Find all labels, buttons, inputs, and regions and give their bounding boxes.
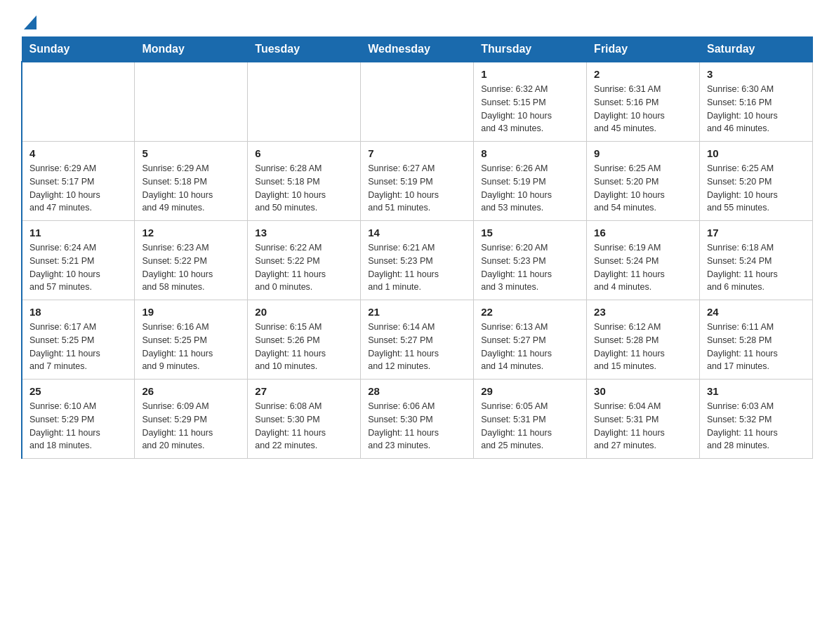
calendar-cell: 27Sunrise: 6:08 AM Sunset: 5:30 PM Dayli… bbox=[248, 380, 361, 459]
day-info: Sunrise: 6:20 AM Sunset: 5:23 PM Dayligh… bbox=[481, 241, 579, 294]
calendar-cell: 4Sunrise: 6:29 AM Sunset: 5:17 PM Daylig… bbox=[22, 142, 135, 221]
day-info: Sunrise: 6:25 AM Sunset: 5:20 PM Dayligh… bbox=[594, 162, 692, 215]
calendar-header-sunday: Sunday bbox=[22, 37, 135, 62]
day-number: 27 bbox=[255, 385, 353, 397]
day-number: 9 bbox=[594, 147, 692, 159]
calendar-cell bbox=[361, 62, 474, 142]
day-info: Sunrise: 6:30 AM Sunset: 5:16 PM Dayligh… bbox=[707, 83, 805, 135]
day-info: Sunrise: 6:05 AM Sunset: 5:31 PM Dayligh… bbox=[481, 400, 579, 452]
calendar-week-row: 18Sunrise: 6:17 AM Sunset: 5:25 PM Dayli… bbox=[22, 300, 813, 380]
day-info: Sunrise: 6:29 AM Sunset: 5:17 PM Dayligh… bbox=[29, 162, 127, 215]
calendar-cell: 7Sunrise: 6:27 AM Sunset: 5:19 PM Daylig… bbox=[361, 142, 474, 221]
day-number: 19 bbox=[142, 306, 240, 318]
day-number: 6 bbox=[255, 147, 353, 159]
day-number: 5 bbox=[142, 147, 240, 159]
calendar-cell: 5Sunrise: 6:29 AM Sunset: 5:18 PM Daylig… bbox=[135, 142, 248, 221]
calendar-cell bbox=[135, 62, 248, 142]
calendar-cell: 19Sunrise: 6:16 AM Sunset: 5:25 PM Dayli… bbox=[135, 300, 248, 380]
day-number: 15 bbox=[481, 227, 579, 239]
day-number: 11 bbox=[29, 227, 127, 239]
calendar-header-thursday: Thursday bbox=[474, 37, 587, 62]
day-info: Sunrise: 6:06 AM Sunset: 5:30 PM Dayligh… bbox=[368, 400, 466, 452]
day-info: Sunrise: 6:09 AM Sunset: 5:29 PM Dayligh… bbox=[142, 400, 240, 452]
day-info: Sunrise: 6:29 AM Sunset: 5:18 PM Dayligh… bbox=[142, 162, 240, 215]
day-number: 31 bbox=[707, 385, 805, 397]
day-info: Sunrise: 6:21 AM Sunset: 5:23 PM Dayligh… bbox=[368, 241, 466, 294]
day-number: 18 bbox=[29, 306, 127, 318]
day-info: Sunrise: 6:32 AM Sunset: 5:15 PM Dayligh… bbox=[481, 83, 579, 135]
day-number: 10 bbox=[707, 147, 805, 159]
calendar-cell bbox=[248, 62, 361, 142]
day-info: Sunrise: 6:11 AM Sunset: 5:28 PM Dayligh… bbox=[707, 321, 805, 373]
calendar-week-row: 1Sunrise: 6:32 AM Sunset: 5:15 PM Daylig… bbox=[22, 62, 813, 142]
day-number: 21 bbox=[368, 306, 466, 318]
day-number: 8 bbox=[481, 147, 579, 159]
day-number: 17 bbox=[707, 227, 805, 239]
calendar-cell: 28Sunrise: 6:06 AM Sunset: 5:30 PM Dayli… bbox=[361, 380, 474, 459]
calendar-cell: 11Sunrise: 6:24 AM Sunset: 5:21 PM Dayli… bbox=[22, 221, 135, 300]
calendar-cell: 17Sunrise: 6:18 AM Sunset: 5:24 PM Dayli… bbox=[700, 221, 813, 300]
day-number: 12 bbox=[142, 227, 240, 239]
day-info: Sunrise: 6:18 AM Sunset: 5:24 PM Dayligh… bbox=[707, 241, 805, 294]
day-number: 2 bbox=[594, 68, 692, 80]
day-number: 16 bbox=[594, 227, 692, 239]
day-number: 22 bbox=[481, 306, 579, 318]
calendar-cell: 12Sunrise: 6:23 AM Sunset: 5:22 PM Dayli… bbox=[135, 221, 248, 300]
calendar-week-row: 25Sunrise: 6:10 AM Sunset: 5:29 PM Dayli… bbox=[22, 380, 813, 459]
day-info: Sunrise: 6:04 AM Sunset: 5:31 PM Dayligh… bbox=[594, 400, 692, 452]
day-info: Sunrise: 6:25 AM Sunset: 5:20 PM Dayligh… bbox=[707, 162, 805, 215]
calendar-cell: 3Sunrise: 6:30 AM Sunset: 5:16 PM Daylig… bbox=[700, 62, 813, 142]
logo bbox=[21, 14, 37, 29]
calendar-cell bbox=[22, 62, 135, 142]
logo-triangle-icon bbox=[24, 15, 37, 29]
day-info: Sunrise: 6:23 AM Sunset: 5:22 PM Dayligh… bbox=[142, 241, 240, 294]
day-info: Sunrise: 6:10 AM Sunset: 5:29 PM Dayligh… bbox=[29, 400, 127, 452]
day-number: 14 bbox=[368, 227, 466, 239]
day-number: 3 bbox=[707, 68, 805, 80]
day-number: 13 bbox=[255, 227, 353, 239]
day-info: Sunrise: 6:27 AM Sunset: 5:19 PM Dayligh… bbox=[368, 162, 466, 215]
calendar-cell: 31Sunrise: 6:03 AM Sunset: 5:32 PM Dayli… bbox=[700, 380, 813, 459]
day-number: 4 bbox=[29, 147, 127, 159]
day-info: Sunrise: 6:16 AM Sunset: 5:25 PM Dayligh… bbox=[142, 321, 240, 373]
day-number: 29 bbox=[481, 385, 579, 397]
day-number: 25 bbox=[29, 385, 127, 397]
calendar-table: SundayMondayTuesdayWednesdayThursdayFrid… bbox=[21, 36, 813, 459]
day-number: 24 bbox=[707, 306, 805, 318]
day-info: Sunrise: 6:03 AM Sunset: 5:32 PM Dayligh… bbox=[707, 400, 805, 452]
day-number: 26 bbox=[142, 385, 240, 397]
page-header bbox=[21, 14, 813, 29]
day-info: Sunrise: 6:08 AM Sunset: 5:30 PM Dayligh… bbox=[255, 400, 353, 452]
day-number: 30 bbox=[594, 385, 692, 397]
day-info: Sunrise: 6:28 AM Sunset: 5:18 PM Dayligh… bbox=[255, 162, 353, 215]
calendar-cell: 26Sunrise: 6:09 AM Sunset: 5:29 PM Dayli… bbox=[135, 380, 248, 459]
day-info: Sunrise: 6:31 AM Sunset: 5:16 PM Dayligh… bbox=[594, 83, 692, 135]
calendar-cell: 25Sunrise: 6:10 AM Sunset: 5:29 PM Dayli… bbox=[22, 380, 135, 459]
calendar-cell: 21Sunrise: 6:14 AM Sunset: 5:27 PM Dayli… bbox=[361, 300, 474, 380]
calendar-cell: 15Sunrise: 6:20 AM Sunset: 5:23 PM Dayli… bbox=[474, 221, 587, 300]
day-info: Sunrise: 6:24 AM Sunset: 5:21 PM Dayligh… bbox=[29, 241, 127, 294]
calendar-cell: 10Sunrise: 6:25 AM Sunset: 5:20 PM Dayli… bbox=[700, 142, 813, 221]
calendar-cell: 1Sunrise: 6:32 AM Sunset: 5:15 PM Daylig… bbox=[474, 62, 587, 142]
calendar-cell: 8Sunrise: 6:26 AM Sunset: 5:19 PM Daylig… bbox=[474, 142, 587, 221]
day-info: Sunrise: 6:17 AM Sunset: 5:25 PM Dayligh… bbox=[29, 321, 127, 373]
day-number: 7 bbox=[368, 147, 466, 159]
day-number: 20 bbox=[255, 306, 353, 318]
calendar-cell: 22Sunrise: 6:13 AM Sunset: 5:27 PM Dayli… bbox=[474, 300, 587, 380]
calendar-cell: 29Sunrise: 6:05 AM Sunset: 5:31 PM Dayli… bbox=[474, 380, 587, 459]
day-info: Sunrise: 6:22 AM Sunset: 5:22 PM Dayligh… bbox=[255, 241, 353, 294]
calendar-header-tuesday: Tuesday bbox=[248, 37, 361, 62]
day-info: Sunrise: 6:26 AM Sunset: 5:19 PM Dayligh… bbox=[481, 162, 579, 215]
calendar-header-monday: Monday bbox=[135, 37, 248, 62]
day-number: 23 bbox=[594, 306, 692, 318]
calendar-cell: 14Sunrise: 6:21 AM Sunset: 5:23 PM Dayli… bbox=[361, 221, 474, 300]
day-number: 1 bbox=[481, 68, 579, 80]
day-info: Sunrise: 6:14 AM Sunset: 5:27 PM Dayligh… bbox=[368, 321, 466, 373]
calendar-header-wednesday: Wednesday bbox=[361, 37, 474, 62]
calendar-header-friday: Friday bbox=[587, 37, 700, 62]
day-info: Sunrise: 6:15 AM Sunset: 5:26 PM Dayligh… bbox=[255, 321, 353, 373]
day-info: Sunrise: 6:19 AM Sunset: 5:24 PM Dayligh… bbox=[594, 241, 692, 294]
calendar-cell: 24Sunrise: 6:11 AM Sunset: 5:28 PM Dayli… bbox=[700, 300, 813, 380]
calendar-cell: 23Sunrise: 6:12 AM Sunset: 5:28 PM Dayli… bbox=[587, 300, 700, 380]
calendar-cell: 6Sunrise: 6:28 AM Sunset: 5:18 PM Daylig… bbox=[248, 142, 361, 221]
